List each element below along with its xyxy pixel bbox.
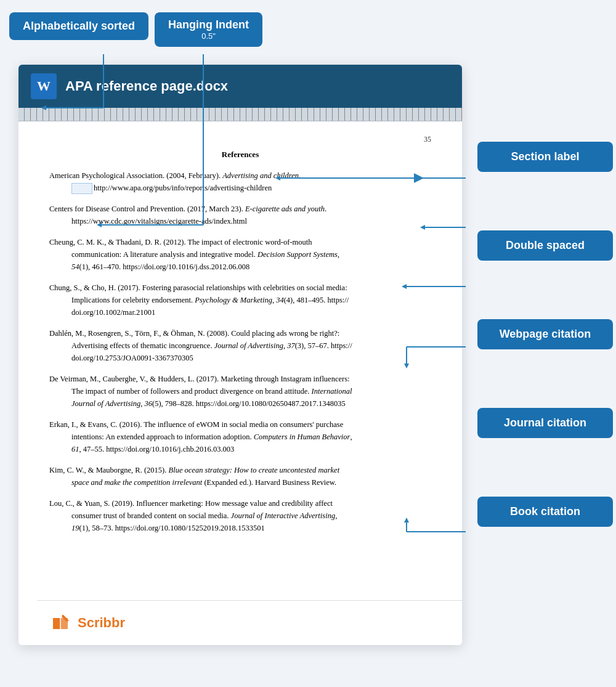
document-titlebar: W APA reference page.docx (18, 65, 462, 108)
svg-rect-2 (53, 618, 60, 629)
ref-entry-dahlen: Dahlén, M., Rosengren, S., Törn, F., & Ö… (49, 327, 431, 364)
word-icon: W (31, 73, 57, 99)
page-number: 35 (49, 134, 431, 145)
ref-entry-chung: Chung, S., & Cho, H. (2017). Fostering p… (49, 282, 431, 319)
ruler (18, 108, 462, 121)
document-title: APA reference page.docx (65, 78, 228, 94)
section-label-badge: Section label (477, 142, 613, 172)
top-badges-container: Alphabetically sorted Hanging Indent 0.5… (9, 12, 262, 47)
ref-entry-erkan: Erkan, I., & Evans, C. (2016). The influ… (49, 418, 431, 455)
book-citation-badge: Book citation (477, 497, 613, 527)
ref-entry-cdc: Centers for Disease Control and Preventi… (49, 203, 431, 227)
double-spaced-badge: Double spaced (477, 230, 613, 261)
hanging-indent-badge: Hanging Indent 0.5" (155, 12, 262, 47)
ref-entry-deveirman: De Veirman, M., Cauberghe, V., & Hudders… (49, 373, 431, 410)
alphabetically-sorted-badge: Alphabetically sorted (9, 12, 148, 40)
references-heading: References (49, 148, 431, 161)
ref-entry-lou: Lou, C., & Yuan, S. (2019). Influencer m… (49, 497, 431, 534)
document-page: 35 References American Psychological Ass… (18, 121, 462, 645)
ref-entry-kim: Kim, C. W., & Mauborgne, R. (2015). Blue… (49, 464, 431, 489)
scribbr-icon (49, 612, 71, 634)
footer: Scribbr (37, 600, 462, 645)
scribbr-brand-text: Scribbr (78, 615, 125, 631)
journal-citation-badge: Journal citation (477, 408, 613, 438)
right-annotation-labels: Section label Double spaced Webpage cita… (477, 142, 613, 527)
webpage-citation-badge: Webpage citation (477, 319, 613, 349)
ref-entry-cheung: Cheung, C. M. K., & Thadani, D. R. (2012… (49, 236, 431, 273)
document-container: W APA reference page.docx 35 References … (18, 65, 462, 645)
ref-entry-apa: American Psychological Association. (200… (49, 169, 431, 194)
